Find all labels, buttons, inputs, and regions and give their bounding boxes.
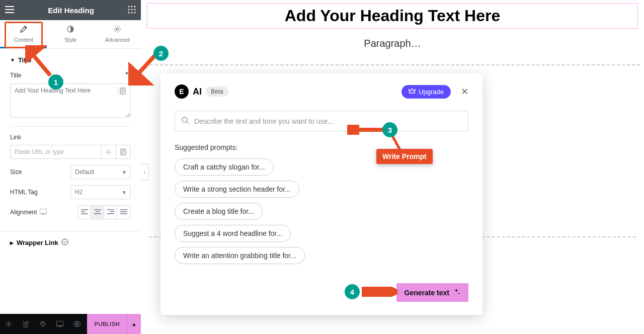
prompt-input[interactable]	[194, 117, 462, 125]
search-icon	[181, 116, 189, 126]
hamburger-icon[interactable]	[5, 6, 14, 15]
link-input[interactable]	[10, 145, 101, 159]
htmltag-row: HTML Tag H2 ▼	[10, 185, 131, 199]
sidebar: Edit Heading Content Style Advanced ▼ T	[0, 0, 141, 334]
publish-button[interactable]: PUBLISH	[87, 314, 127, 334]
svg-point-10	[116, 28, 118, 30]
svg-point-1	[131, 6, 132, 7]
caret-down-icon: ▼	[10, 57, 15, 63]
section-header-title[interactable]: ▼ Title	[10, 56, 131, 64]
beta-badge: Beta	[206, 87, 228, 97]
wrapper-label: Wrapper Link	[17, 239, 58, 246]
modal-header: E AI Beta Upgrade ✕	[175, 85, 468, 99]
responsive-button[interactable]	[51, 314, 68, 334]
publish-options-button[interactable]: ▲	[127, 314, 141, 334]
size-label: Size	[10, 169, 22, 176]
half-circle-icon	[66, 25, 74, 35]
svg-point-18	[76, 323, 78, 325]
collapse-sidebar-handle[interactable]: ‹	[141, 163, 149, 181]
prompt-pill[interactable]: Create a blog title for...	[175, 203, 263, 220]
svg-point-3	[128, 9, 129, 10]
link-options-button[interactable]	[101, 145, 116, 159]
svg-rect-17	[56, 321, 63, 326]
svg-point-4	[131, 9, 132, 10]
step-badge-3: 3	[382, 122, 397, 137]
prompt-pill[interactable]: Write an attention grabbing title for...	[175, 247, 305, 264]
svg-point-16	[8, 323, 10, 325]
plugin-badge-icon	[61, 238, 68, 247]
title-section: ▼ Title Title Link Size	[0, 49, 141, 227]
sparkle-icon	[453, 288, 460, 297]
step-badge-4: 4	[345, 284, 360, 299]
preview-button[interactable]	[68, 314, 86, 334]
wrapper-link-section: ▸ Wrapper Link	[0, 231, 141, 254]
htmltag-label: HTML Tag	[10, 189, 38, 196]
divider	[10, 126, 131, 127]
alignment-row: Alignment	[10, 205, 131, 219]
align-center-button[interactable]	[91, 206, 104, 219]
settings-button[interactable]	[0, 314, 17, 334]
generate-text-button[interactable]: Generate text	[396, 283, 468, 302]
htmltag-select[interactable]: H2	[70, 185, 131, 199]
svg-point-7	[131, 12, 132, 13]
ai-label: AI	[193, 87, 202, 97]
tab-label: Advanced	[105, 37, 130, 43]
align-justify-button[interactable]	[117, 206, 130, 219]
suggested-prompts: Craft a catchy slogan for... Write a str…	[175, 158, 468, 264]
step-badge-2: 2	[153, 46, 169, 61]
tab-content[interactable]: Content	[0, 20, 47, 48]
link-label: Link	[10, 134, 21, 141]
svg-point-8	[134, 12, 135, 13]
navigator-button[interactable]	[17, 314, 34, 334]
size-select[interactable]: Default	[70, 165, 131, 179]
svg-rect-14	[40, 209, 47, 214]
tab-style[interactable]: Style	[47, 20, 94, 48]
dots-grid-icon[interactable]	[128, 6, 136, 15]
svg-point-12	[108, 151, 109, 152]
section-label: Title	[18, 56, 32, 64]
upgrade-label: Upgrade	[419, 88, 444, 96]
title-field-label: Title	[10, 72, 21, 79]
pencil-icon	[20, 25, 28, 35]
svg-point-6	[128, 12, 129, 13]
crown-icon	[409, 88, 416, 96]
modal-footer: Generate text	[175, 283, 468, 302]
history-button[interactable]	[34, 314, 51, 334]
link-input-row	[10, 145, 131, 159]
prompt-pill[interactable]: Craft a catchy slogan for...	[175, 158, 274, 176]
panel-title: Edit Heading	[48, 6, 94, 15]
wrapper-link-header[interactable]: ▸ Wrapper Link	[10, 238, 131, 247]
bottom-bar: PUBLISH ▲	[0, 314, 141, 334]
link-label-row: Link	[10, 134, 131, 141]
svg-point-2	[134, 6, 135, 7]
dynamic-tags-icon[interactable]	[118, 87, 127, 96]
responsive-icon[interactable]	[40, 209, 47, 216]
svg-point-5	[134, 9, 135, 10]
preview-paragraph[interactable]: Paragraph…	[141, 38, 644, 49]
prompt-input-wrap	[175, 111, 468, 131]
title-textarea-wrap	[10, 84, 131, 119]
tab-advanced[interactable]: Advanced	[94, 20, 141, 48]
size-row: Size Default ▼	[10, 165, 131, 179]
svg-point-15	[62, 239, 68, 245]
align-right-button[interactable]	[104, 206, 117, 219]
title-field-row: Title	[10, 71, 131, 79]
step-badge-1: 1	[48, 74, 63, 90]
ai-sparkle-icon[interactable]	[124, 71, 131, 79]
alignment-buttons	[77, 205, 131, 219]
svg-point-0	[128, 6, 129, 7]
title-textarea[interactable]	[10, 84, 131, 118]
elementor-logo-icon: E	[175, 85, 189, 99]
tab-label: Style	[64, 37, 76, 43]
align-left-button[interactable]	[78, 206, 91, 219]
prompt-pill[interactable]: Suggest a 4 word headline for...	[175, 225, 291, 242]
link-dynamic-button[interactable]	[116, 145, 131, 159]
caret-right-icon: ▸	[10, 239, 14, 246]
upgrade-button[interactable]: Upgrade	[401, 85, 451, 99]
close-button[interactable]: ✕	[461, 86, 468, 97]
preview-heading[interactable]: Add Your Heading Text Here	[147, 3, 638, 29]
prompt-pill[interactable]: Write a strong section header for...	[175, 181, 299, 198]
section-placeholder[interactable]	[145, 64, 640, 65]
generate-label: Generate text	[405, 289, 449, 297]
gear-icon	[113, 25, 121, 35]
